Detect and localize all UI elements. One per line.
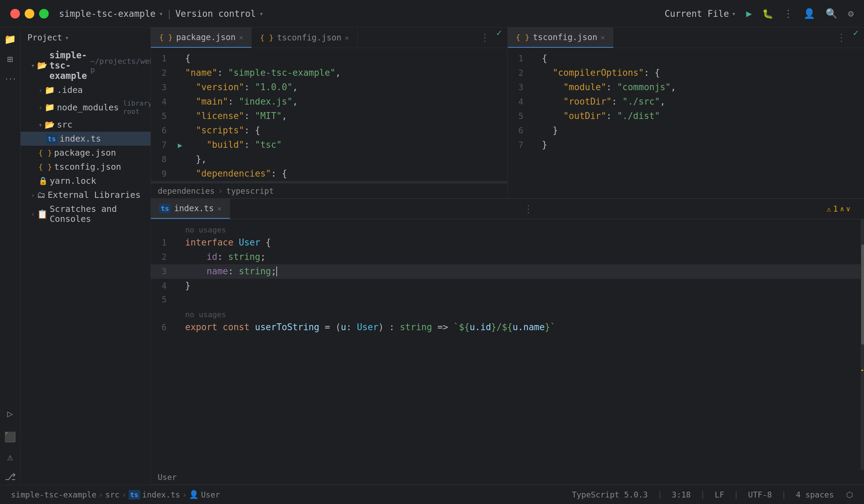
tab-bar-bottom: ts index.ts ✕ ⋮ ⚠ 1 ∧ ∨ bbox=[151, 199, 864, 219]
tab-index-ts[interactable]: ts index.ts ✕ bbox=[151, 199, 230, 219]
close-button[interactable] bbox=[10, 9, 20, 19]
minimize-button[interactable] bbox=[25, 9, 34, 19]
code-line-active: 3 name: string; bbox=[151, 264, 864, 279]
tree-item-package-json[interactable]: { } package.json bbox=[21, 146, 151, 160]
scratches-icon: 📋 bbox=[37, 209, 48, 219]
statusbar-utf8: UTF-8 bbox=[748, 490, 772, 499]
tab-more-bottom-button[interactable]: ⋮ bbox=[517, 199, 540, 219]
package-json-tab-icon: { } bbox=[159, 33, 173, 41]
tree-item-node-modules[interactable]: › 📁 node_modules library root bbox=[21, 97, 151, 118]
node-modules-folder-icon: 📁 bbox=[45, 103, 55, 112]
scratches-chevron-icon: › bbox=[31, 210, 35, 218]
editor-pane-package-json: { } package.json ✕ { } tsconfig.json ✕ ⋮… bbox=[151, 27, 507, 199]
no-usages-hint-2: no usages bbox=[151, 308, 864, 320]
tree-root[interactable]: ▾ 📂 simple-tsc-example ~/projects/web-p bbox=[21, 48, 151, 83]
file-saved-indicator: ✓ bbox=[496, 27, 502, 48]
code-line: 1 interface User { bbox=[151, 236, 864, 250]
sidebar-item-git[interactable]: ⎇ bbox=[2, 468, 19, 485]
account-icon[interactable]: 👤 bbox=[803, 8, 815, 19]
editor-area: { } package.json ✕ { } tsconfig.json ✕ ⋮… bbox=[151, 27, 864, 485]
tab-more-right-button[interactable]: ⋮ bbox=[830, 27, 853, 48]
run-config-selector[interactable]: Current File ▾ bbox=[664, 9, 736, 19]
project-selector[interactable]: simple-tsc-example ▾ bbox=[59, 9, 163, 19]
statusbar-git-icon[interactable]: ⬡ bbox=[843, 489, 856, 501]
editor-pane-tsconfig-json: { } tsconfig.json ✕ ⋮ ✓ 1 { 2 bbox=[507, 27, 864, 199]
ext-libs-icon: 🗂 bbox=[37, 190, 46, 200]
idea-folder-icon: 📁 bbox=[45, 85, 55, 95]
fullscreen-button[interactable] bbox=[39, 9, 49, 19]
vcs-selector[interactable]: Version control ▾ bbox=[175, 9, 263, 19]
tree-item-src[interactable]: ▾ 📂 src bbox=[21, 118, 151, 132]
search-icon[interactable]: 🔍 bbox=[826, 8, 838, 19]
code-line: 2 id: string; bbox=[151, 250, 864, 264]
settings-icon[interactable]: ⚙ bbox=[848, 8, 854, 19]
warning-badge[interactable]: ⚠ 1 ∧ ∨ bbox=[827, 199, 850, 219]
warning-chevron-down-icon: ∨ bbox=[846, 205, 850, 213]
scrollbar[interactable] bbox=[861, 219, 864, 470]
debug-button[interactable]: 🐛 bbox=[762, 9, 773, 19]
tab-more-button[interactable]: ⋮ bbox=[473, 27, 496, 48]
statusbar-indent[interactable]: 4 spaces bbox=[793, 489, 837, 501]
sidebar-item-run[interactable]: ▷ bbox=[2, 405, 19, 422]
project-panel-header[interactable]: Project ▾ bbox=[21, 27, 151, 48]
tree-item-index-ts[interactable]: ts index.ts bbox=[21, 132, 151, 146]
statusbar-typescript[interactable]: TypeScript 5.0.3 bbox=[569, 489, 651, 501]
status-project[interactable]: simple-tsc-example › src › ts index.ts ›… bbox=[8, 489, 223, 501]
statusbar-position[interactable]: 3:18 bbox=[669, 489, 693, 501]
node-modules-chevron-icon: › bbox=[38, 103, 43, 111]
tab-tsconfig-json[interactable]: { } tsconfig.json ✕ bbox=[252, 27, 358, 48]
tree-item-idea[interactable]: › 📁 .idea bbox=[21, 83, 151, 97]
sidebar-item-problems[interactable]: ⚠ bbox=[2, 448, 19, 465]
code-editor-package-json[interactable]: 1 { 2 "name": "simple-tsc-example", 3 bbox=[151, 48, 507, 183]
statusbar-sep3: › bbox=[182, 490, 187, 499]
config-chevron-icon: ▾ bbox=[732, 10, 736, 18]
sidebar-item-structure[interactable]: ⊞ bbox=[2, 51, 19, 67]
tab-tsconfig-right[interactable]: { } tsconfig.json ✕ bbox=[508, 27, 614, 48]
src-label: src bbox=[57, 120, 72, 130]
ext-libs-label: External Libraries bbox=[48, 190, 141, 200]
statusbar-src: src bbox=[105, 490, 120, 499]
run-button[interactable]: ▶ bbox=[746, 8, 752, 19]
index-ts-tab-icon: ts bbox=[159, 204, 171, 213]
breadcrumb-user[interactable]: User bbox=[158, 473, 177, 482]
node-modules-label: node_modules bbox=[57, 103, 119, 112]
statusbar-ts-version: TypeScript 5.0.3 bbox=[572, 490, 648, 499]
more-actions-button[interactable]: ⋮ bbox=[783, 8, 793, 19]
titlebar-actions: Current File ▾ ▶ 🐛 ⋮ 👤 🔍 ⚙ bbox=[664, 8, 854, 19]
code-line: 2 "name": "simple-tsc-example", bbox=[151, 66, 507, 80]
sidebar-item-files[interactable]: 📁 bbox=[2, 31, 19, 47]
code-line: 2 "compilerOptions": { bbox=[508, 66, 864, 80]
tree-item-external-libraries[interactable]: › 🗂 External Libraries bbox=[21, 188, 151, 202]
breadcrumb-deps[interactable]: dependencies bbox=[158, 187, 215, 195]
code-editor-index-ts[interactable]: no usages 1 interface User { 2 id: strin… bbox=[151, 219, 864, 470]
traffic-lights bbox=[10, 9, 49, 19]
code-editor-tsconfig[interactable]: 1 { 2 "compilerOptions": { 3 "module": "… bbox=[508, 48, 864, 183]
code-line-highlighted: 10 "typescript": "^5.0.3" bbox=[151, 181, 507, 183]
minimap-indicator bbox=[861, 370, 863, 371]
titlebar-sep: | bbox=[167, 9, 172, 19]
current-file-label: Current File bbox=[664, 9, 729, 19]
tree-item-scratches[interactable]: › 📋 Scratches and Consoles bbox=[21, 202, 151, 226]
statusbar-spaces: 4 spaces bbox=[796, 490, 834, 499]
package-json-tab-close-icon[interactable]: ✕ bbox=[239, 33, 243, 41]
no-usages-hint-1: no usages bbox=[151, 223, 864, 236]
code-line: 7 } bbox=[508, 138, 864, 152]
tree-item-yarn-lock[interactable]: 🔒 yarn.lock bbox=[21, 174, 151, 188]
sidebar-item-terminal[interactable]: ⬛ bbox=[2, 429, 19, 445]
tsconfig-tab-close-icon[interactable]: ✕ bbox=[601, 33, 605, 41]
code-line: 5 bbox=[151, 293, 864, 308]
tree-item-tsconfig-json[interactable]: { } tsconfig.json bbox=[21, 160, 151, 174]
code-line: 8 }, bbox=[151, 152, 507, 167]
code-line: 6 export const userToString = (u: User) … bbox=[151, 320, 864, 335]
index-ts-tab-close-icon[interactable]: ✕ bbox=[217, 204, 221, 213]
statusbar-charset[interactable]: UTF-8 bbox=[745, 489, 775, 501]
sidebar-item-more[interactable]: ··· bbox=[2, 71, 19, 87]
breadcrumb-typescript[interactable]: typescript bbox=[226, 187, 274, 195]
scrollbar-thumb[interactable] bbox=[861, 244, 864, 345]
statusbar-line-endings[interactable]: LF bbox=[712, 489, 727, 501]
code-line: 5 "license": "MIT", bbox=[151, 109, 507, 123]
statusbar-file: index.ts bbox=[142, 490, 180, 499]
code-line: 1 { bbox=[151, 51, 507, 66]
tab-package-json[interactable]: { } package.json ✕ bbox=[151, 27, 252, 48]
tsconfig-json-tab-close-icon[interactable]: ✕ bbox=[345, 34, 349, 42]
